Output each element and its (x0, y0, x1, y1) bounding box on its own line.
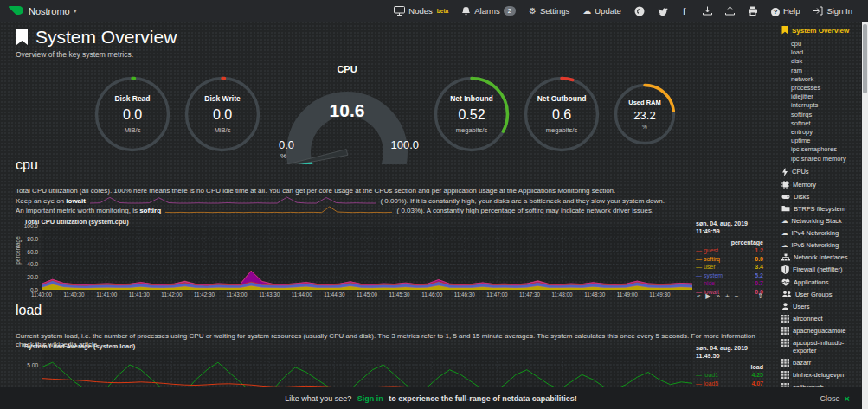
load-chart-title: System Load Average (system.load) (24, 342, 135, 350)
sidebar-item-airconnect[interactable]: airconnect (781, 315, 862, 323)
sidebar-item-cpu[interactable]: cpu (781, 40, 862, 48)
x-tick-label: 11:49:30 (649, 291, 670, 297)
signin-link[interactable]: Sign in (357, 394, 383, 403)
nav-settings[interactable]: ⚙Settings (529, 6, 569, 16)
nav-help[interactable]: ?Help (771, 6, 800, 16)
gauge-disk-read-value: 0.0 (123, 107, 142, 123)
sidebar-item-ipc-semaphores[interactable]: ipc semaphores (781, 145, 862, 154)
sidebar-item-ipc-shared-memory[interactable]: ipc shared memory (781, 155, 862, 163)
sidebar-item-btrfs-filesystem[interactable]: BTRFS filesystem (781, 205, 862, 213)
nav-twitter[interactable] (658, 7, 668, 16)
pan-backward-button[interactable]: « (697, 292, 700, 300)
sidebar-item-softnet[interactable]: softnet (781, 119, 862, 128)
legend-item-guest[interactable]: — guest1.2 (696, 246, 763, 255)
sidebar-item-ipv4-networking[interactable]: ☁IPv4 Networking (781, 229, 862, 237)
x-tick-label: 11:45:30 (389, 291, 410, 297)
play-button[interactable]: ▶ (705, 292, 710, 300)
hdd-icon (781, 193, 790, 200)
legend-item-nice[interactable]: — nice0.7 (696, 279, 763, 288)
legend-series-name: — user (696, 263, 716, 272)
sidebar-item-system-overview[interactable]: System Overview (781, 26, 862, 35)
legend-item-user[interactable]: — user3.4 (696, 263, 763, 272)
gauge-cpu-unit: % (280, 152, 286, 160)
sidebar-item-idlejitter[interactable]: idlejitter (781, 93, 862, 101)
caret-down-icon: ▾ (74, 7, 77, 15)
gauge-cpu-dial (273, 74, 421, 168)
sidebar-item-label: BTRFS filesystem (794, 205, 845, 213)
nav-print[interactable] (748, 6, 758, 16)
legend-item-load1[interactable]: — load14.25 (696, 371, 763, 380)
sidebar-item-apacheguacamole[interactable]: apacheguacamole (781, 327, 862, 335)
gauge-disk-write-label: Disk Write (204, 94, 240, 103)
users-icon (781, 291, 792, 297)
resize-handle[interactable]: ⇕ (757, 292, 763, 300)
pan-forward-button[interactable]: » (717, 292, 720, 300)
sidebar-item-cpus[interactable]: CPUs (781, 168, 862, 176)
x-tick-label: 11:42:30 (194, 291, 215, 297)
cpu-chart-plot[interactable] (42, 226, 692, 290)
cloud-icon: ☁ (781, 241, 788, 249)
nav-update[interactable]: ☁Update (582, 6, 621, 16)
sidebar-item-firewall-netfilter-[interactable]: Firewall (netfilter) (781, 265, 862, 274)
gauge-cpu-min: 0.0 (279, 138, 294, 151)
chip-icon (781, 181, 789, 189)
netdata-logo-icon[interactable] (9, 4, 23, 18)
nav-github[interactable] (634, 6, 645, 16)
cloud-icon: ☁ (781, 217, 788, 225)
zoom-in-button[interactable]: + (725, 292, 730, 300)
cpu-softirq-line: An important metric worth monitoring, is… (16, 206, 755, 216)
x-tick-label: 11:49:00 (617, 291, 638, 297)
bolt-icon (781, 168, 788, 176)
heartbeat-icon (781, 278, 790, 286)
sidebar-item-bazarr[interactable]: bazarr (781, 359, 862, 367)
nav-alarms-label: Alarms (474, 6, 500, 16)
sidebar-item-user-groups[interactable]: User Groups (781, 291, 862, 298)
sidebar-item-processes[interactable]: processes (781, 84, 862, 93)
sidebar-item-network-interfaces[interactable]: Network Interfaces (781, 253, 862, 261)
nav-settings-label: Settings (540, 6, 569, 16)
sidebar-item-network[interactable]: network (781, 75, 862, 84)
sidebar-item-interrupts[interactable]: interrupts (781, 101, 862, 110)
printer-icon (748, 6, 758, 16)
nav-signin[interactable]: Sign In (813, 6, 852, 16)
hostname-dropdown[interactable]: Nostromo ▾ (29, 6, 77, 16)
gauge-cpu-value: 10.6 (273, 100, 421, 121)
legend-unit-header: load (696, 363, 763, 371)
sidebar-item-disks[interactable]: Disks (781, 193, 862, 201)
nav-facebook[interactable]: f (681, 6, 690, 16)
sidebar-item-ram[interactable]: ram (781, 67, 862, 75)
load-section-heading: load (16, 303, 42, 318)
sidebar-item-memory[interactable]: Memory (781, 181, 862, 189)
sidebar-item-apcupsd-influxdb-exporter[interactable]: apcupsd-influxdb-exporter (781, 339, 862, 355)
sidebar-item-disk[interactable]: disk (781, 57, 862, 66)
zoom-out-button[interactable]: − (735, 292, 739, 300)
legend-item-softirq[interactable]: — softirq0.0 (696, 255, 763, 264)
sidebar-item-binhex-delugevpn[interactable]: binhex-delugevpn (781, 371, 862, 379)
sidebar-item-entropy[interactable]: entropy (781, 128, 862, 137)
x-tick-label: 11:48:00 (552, 291, 573, 297)
scrollbar-thumb[interactable] (863, 24, 867, 93)
banner-close-button[interactable]: Close × (820, 393, 850, 404)
sidebar-item-ipv6-networking[interactable]: ☁IPv6 Networking (781, 241, 862, 249)
sidebar-item-applications[interactable]: Applications (781, 278, 862, 286)
sidebar-item-load[interactable]: load (781, 48, 862, 57)
legend-item-system[interactable]: — system5.2 (696, 272, 763, 280)
legend-series-value: 4.25 (751, 371, 763, 380)
page-scrollbar[interactable] (862, 22, 868, 409)
cpu-chart-toolbox: «▶»+−⇕ (697, 292, 763, 300)
legend-series-value: 1.2 (755, 246, 763, 255)
sidebar-item-label: IPv4 Networking (792, 229, 839, 237)
nav-nodes[interactable]: Nodesbeta (394, 6, 448, 16)
sidebar-item-label: Disks (794, 193, 809, 201)
sidebar-item-uptime[interactable]: uptime (781, 137, 862, 145)
gauge-disk-write-value: 0.0 (213, 107, 232, 123)
nav-export[interactable] (725, 6, 735, 16)
nav-import[interactable] (703, 6, 712, 16)
nav-alarms[interactable]: Alarms2 (461, 6, 516, 16)
sidebar-item-networking-stack[interactable]: ☁Networking Stack (781, 217, 862, 225)
legend-series-name: — guest (696, 246, 718, 255)
sidebar-item-softirqs[interactable]: softirqs (781, 111, 862, 119)
sidebar-item-users[interactable]: Users (781, 303, 862, 310)
bookmark-icon (16, 29, 29, 46)
sidebar-active-label: System Overview (792, 27, 849, 35)
